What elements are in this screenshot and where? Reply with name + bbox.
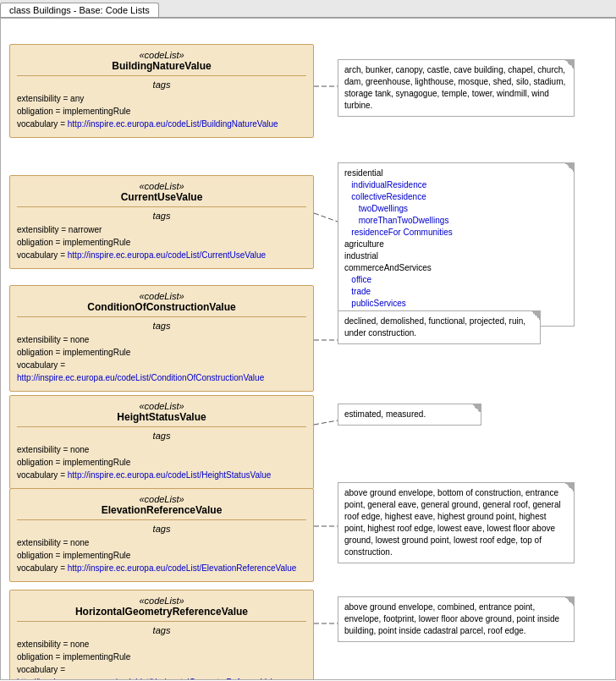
- note-condition: declined, demolished, functional, projec…: [338, 310, 541, 344]
- height-status-tags: tags: [17, 431, 306, 441]
- svg-line-3: [314, 420, 338, 425]
- current-use-name: CurrentUseValue: [17, 191, 306, 203]
- condition-attrs: extensibility = none obligation = implem…: [17, 333, 306, 384]
- building-nature-stereotype: «codeList»: [17, 50, 306, 60]
- note-height-status: estimated, measured.: [338, 404, 481, 426]
- horizontal-geom-tags: tags: [17, 625, 306, 635]
- height-status-stereotype: «codeList»: [17, 401, 306, 411]
- elevation-ref-box: «codeList» ElevationReferenceValue tags …: [9, 488, 314, 582]
- condition-box: «codeList» ConditionOfConstructionValue …: [9, 285, 314, 392]
- active-tab[interactable]: class Buildings - Base: Code Lists: [0, 3, 159, 17]
- building-nature-tags: tags: [17, 80, 306, 90]
- building-nature-attrs: extensibility = any obligation = impleme…: [17, 92, 306, 130]
- elevation-ref-stereotype: «codeList»: [17, 494, 306, 504]
- diagram-area: «codeList» BuildingNatureValue tags exte…: [0, 18, 616, 680]
- horizontal-geom-name: HorizontalGeometryReferenceValue: [17, 606, 306, 618]
- height-status-box: «codeList» HeightStatusValue tags extens…: [9, 395, 314, 489]
- tab-bar: class Buildings - Base: Code Lists: [0, 0, 616, 18]
- note-building-nature: arch, bunker, canopy, castle, cave build…: [338, 59, 575, 117]
- elevation-ref-tags: tags: [17, 524, 306, 534]
- elevation-ref-attrs: extensibility = none obligation = implem…: [17, 536, 306, 574]
- note-horizontal-geom: above ground envelope, combined, entranc…: [338, 596, 575, 642]
- current-use-stereotype: «codeList»: [17, 181, 306, 191]
- horizontal-geom-attrs: extensibility = none obligation = implem…: [17, 638, 306, 680]
- condition-name: ConditionOfConstructionValue: [17, 301, 306, 313]
- current-use-tags: tags: [17, 211, 306, 221]
- note-current-use: residential individualResidence collecti…: [338, 162, 575, 327]
- horizontal-geom-stereotype: «codeList»: [17, 596, 306, 606]
- building-nature-box: «codeList» BuildingNatureValue tags exte…: [9, 44, 314, 138]
- height-status-name: HeightStatusValue: [17, 411, 306, 423]
- condition-tags: tags: [17, 321, 306, 331]
- svg-line-1: [314, 213, 338, 222]
- current-use-box: «codeList» CurrentUseValue tags extensib…: [9, 175, 314, 269]
- building-nature-name: BuildingNatureValue: [17, 60, 306, 72]
- elevation-ref-name: ElevationReferenceValue: [17, 504, 306, 516]
- horizontal-geom-box: «codeList» HorizontalGeometryReferenceVa…: [9, 590, 314, 680]
- height-status-attrs: extensibility = none obligation = implem…: [17, 443, 306, 481]
- current-use-attrs: extensiblity = narrower obligation = imp…: [17, 223, 306, 261]
- note-elevation-ref: above ground envelope, bottom of constru…: [338, 482, 575, 563]
- condition-stereotype: «codeList»: [17, 291, 306, 301]
